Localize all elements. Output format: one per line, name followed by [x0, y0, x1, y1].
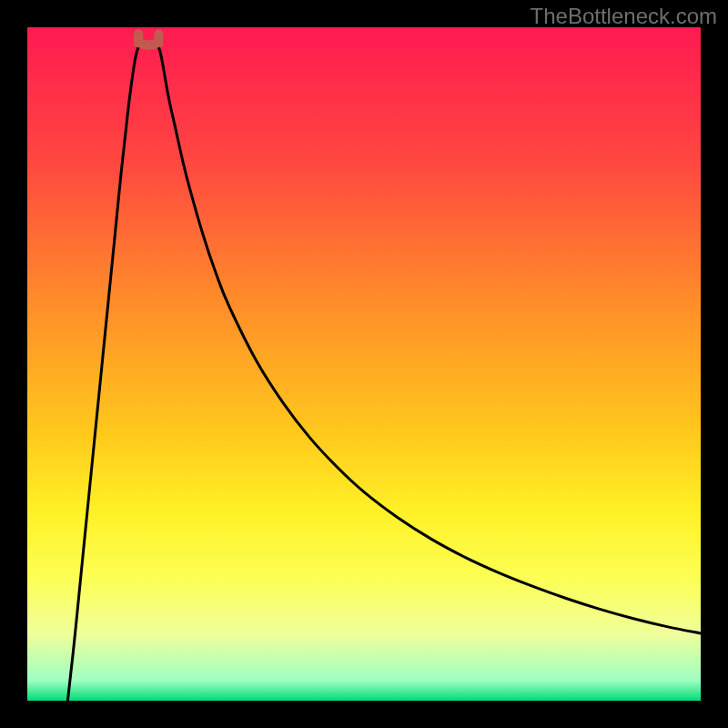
watermark: TheBottleneck.com	[531, 4, 717, 29]
chart-root: TheBottleneck.com	[0, 0, 728, 728]
chart-svg	[27, 27, 701, 701]
background-gradient	[27, 27, 701, 701]
plot-area	[27, 27, 701, 701]
